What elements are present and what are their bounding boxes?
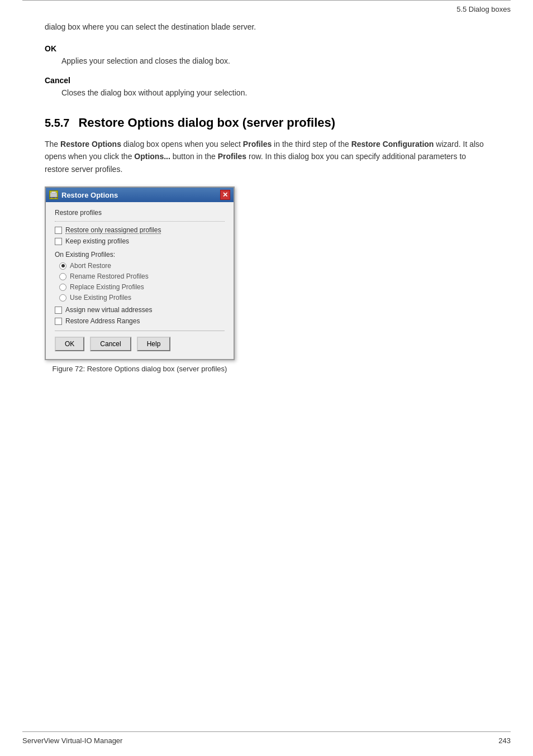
- dialog-bottom-divider: [55, 331, 225, 331]
- help-button[interactable]: Help: [137, 337, 171, 351]
- dialog-body: Restore profiles Restore only reassigned…: [46, 202, 234, 359]
- ok-term: OK: [45, 44, 488, 53]
- radio-use-existing[interactable]: Use Existing Profiles: [59, 294, 225, 302]
- close-icon: ✕: [222, 191, 228, 199]
- footer-left: ServerView Virtual-IO Manager: [22, 736, 122, 745]
- checkbox-keep-existing[interactable]: Keep existing profiles: [55, 237, 225, 245]
- checkbox-keep-existing-box[interactable]: [55, 238, 62, 245]
- radio-abort-restore-circle[interactable]: [59, 262, 66, 270]
- dialog-title: Restore Options: [61, 191, 118, 199]
- bold-options: Options...: [134, 152, 170, 161]
- dialog-buttons: OK Cancel Help: [55, 337, 225, 353]
- footer-right: 243: [498, 736, 511, 745]
- dialog-divider1: [55, 221, 225, 222]
- section-number: 5.5.7: [45, 117, 69, 130]
- bold-profiles: Profiles: [243, 140, 272, 149]
- dialog-wrapper: Restore Options ✕ Restore profiles Resto…: [45, 186, 488, 373]
- radio-rename-restored[interactable]: Rename Restored Profiles: [59, 272, 225, 280]
- dialog-close-button[interactable]: ✕: [220, 190, 230, 200]
- cancel-button[interactable]: Cancel: [90, 337, 131, 351]
- svg-rect-1: [51, 192, 56, 193]
- section-heading: 5.5.7 Restore Options dialog box (server…: [45, 116, 488, 130]
- radio-replace-existing-circle[interactable]: [59, 284, 66, 291]
- checkbox-keep-existing-label: Keep existing profiles: [65, 237, 129, 245]
- restore-options-dialog: Restore Options ✕ Restore profiles Resto…: [45, 186, 235, 360]
- radio-replace-existing-label: Replace Existing Profiles: [70, 283, 144, 291]
- radio-abort-restore-dot: [61, 264, 65, 267]
- radio-abort-restore-label: Abort Restore: [70, 262, 111, 270]
- footer-content: ServerView Virtual-IO Manager 243: [22, 736, 511, 745]
- on-existing-profiles-label: On Existing Profiles:: [55, 251, 225, 259]
- radio-rename-restored-circle[interactable]: [59, 273, 66, 280]
- checkbox-assign-virtual[interactable]: Assign new virtual addresses: [55, 306, 225, 314]
- checkbox-restore-ranges-box[interactable]: [55, 318, 62, 325]
- page: 5.5 Dialog boxes dialog box where you ca…: [0, 0, 533, 756]
- section-desc: The Restore Options dialog box opens whe…: [45, 138, 488, 175]
- checkbox-restore-ranges[interactable]: Restore Address Ranges: [55, 317, 225, 325]
- radio-replace-existing[interactable]: Replace Existing Profiles: [59, 283, 225, 291]
- header-section: 5.5 Dialog boxes: [0, 1, 533, 16]
- checkbox-assign-virtual-label: Assign new virtual addresses: [65, 306, 152, 314]
- bold-restore-config: Restore Configuration: [351, 140, 434, 149]
- svg-rect-4: [55, 198, 56, 198]
- checkbox-assign-virtual-box[interactable]: [55, 307, 62, 314]
- radio-use-existing-label: Use Existing Profiles: [70, 294, 131, 302]
- svg-rect-3: [51, 198, 53, 198]
- cancel-desc: Closes the dialog box without applying y…: [61, 87, 488, 99]
- radio-abort-restore[interactable]: Abort Restore: [59, 262, 225, 270]
- checkbox-restore-only[interactable]: Restore only reassigned profiles: [55, 226, 225, 234]
- ok-desc: Applies your selection and closes the di…: [61, 55, 488, 67]
- footer-rule: [22, 731, 511, 732]
- figure-caption: Figure 72: Restore Options dialog box (s…: [45, 365, 235, 373]
- radio-rename-restored-label: Rename Restored Profiles: [70, 272, 149, 280]
- bold-restore-options: Restore Options: [60, 140, 121, 149]
- dialog-app-icon: [49, 190, 58, 199]
- footer: ServerView Virtual-IO Manager 243: [0, 731, 533, 745]
- titlebar-left: Restore Options: [49, 190, 118, 199]
- checkbox-restore-only-label: Restore only reassigned profiles: [65, 226, 161, 234]
- bold-profiles2: Profiles: [218, 152, 246, 161]
- cancel-term: Cancel: [45, 76, 488, 85]
- intro-text: dialog box where you can select the dest…: [45, 21, 488, 33]
- checkbox-restore-ranges-label: Restore Address Ranges: [65, 317, 140, 325]
- ok-button[interactable]: OK: [55, 337, 84, 351]
- main-content: dialog box where you can select the dest…: [0, 16, 533, 395]
- header-section-label: 5.5 Dialog boxes: [456, 5, 511, 13]
- restore-profiles-label: Restore profiles: [55, 209, 225, 217]
- radio-use-existing-circle[interactable]: [59, 294, 66, 302]
- section-title: Restore Options dialog box (server profi…: [78, 116, 335, 130]
- dialog-titlebar: Restore Options ✕: [46, 188, 234, 202]
- checkbox-restore-only-box[interactable]: [55, 227, 62, 234]
